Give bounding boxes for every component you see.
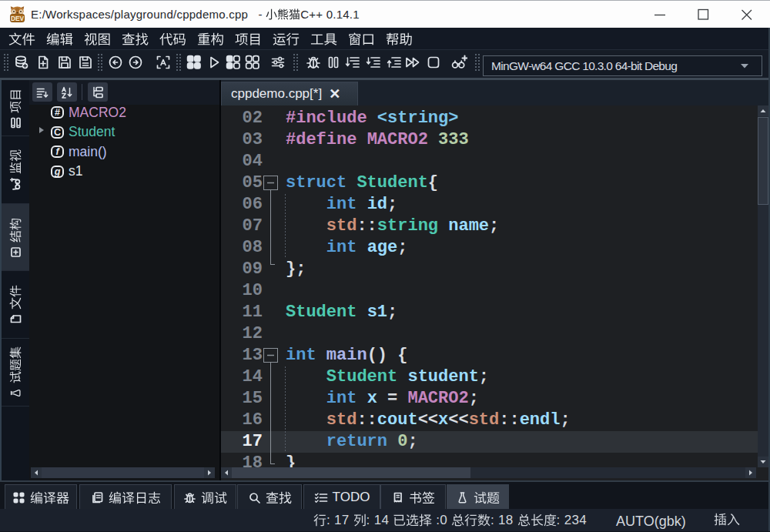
- svg-text:DEV: DEV: [11, 15, 25, 22]
